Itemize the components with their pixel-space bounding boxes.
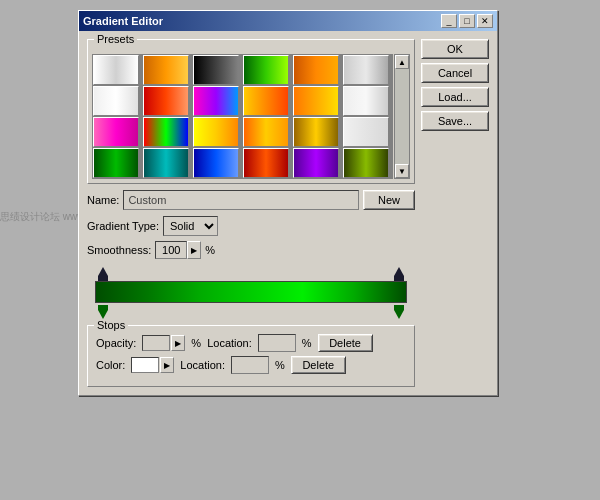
preset-swatch[interactable] — [293, 86, 339, 116]
stops-label: Stops — [94, 319, 128, 331]
smoothness-unit: % — [205, 244, 215, 256]
preset-swatch[interactable] — [143, 148, 189, 178]
color-delete-button[interactable]: Delete — [291, 356, 346, 374]
preset-swatch[interactable] — [93, 55, 139, 85]
save-button[interactable]: Save... — [421, 111, 489, 131]
opacity-stop-left[interactable] — [97, 267, 109, 279]
opacity-swatch[interactable] — [142, 335, 170, 351]
presets-container: ▲ ▼ — [92, 54, 410, 179]
opacity-location-label: Location: — [207, 337, 252, 349]
title-bar-controls: _ □ ✕ — [441, 14, 493, 28]
color-location-input[interactable] — [231, 356, 269, 374]
color-location-unit: % — [275, 359, 285, 371]
maximize-button[interactable]: □ — [459, 14, 475, 28]
preset-swatch[interactable] — [243, 55, 289, 85]
opacity-label: Opacity: — [96, 337, 136, 349]
gradient-type-row: Gradient Type: Solid Noise — [87, 216, 415, 236]
left-panel: Presets — [87, 39, 415, 387]
preset-swatch[interactable] — [143, 117, 189, 147]
name-label: Name: — [87, 194, 119, 206]
name-input[interactable] — [123, 190, 359, 210]
color-row: Color: ▶ Location: % Delete — [96, 356, 406, 374]
smoothness-arrow[interactable]: ▶ — [187, 241, 201, 259]
preset-swatch[interactable] — [243, 86, 289, 116]
smoothness-label: Smoothness: — [87, 244, 151, 256]
opacity-location-input[interactable] — [258, 334, 296, 352]
new-button[interactable]: New — [363, 190, 415, 210]
preset-swatch[interactable] — [193, 148, 239, 178]
smoothness-row: Smoothness: ▶ % — [87, 241, 415, 259]
preset-swatch[interactable] — [293, 148, 339, 178]
gradient-type-select[interactable]: Solid Noise — [163, 216, 218, 236]
color-stop-right[interactable] — [393, 305, 405, 317]
scroll-down-arrow[interactable]: ▼ — [395, 164, 409, 178]
scroll-track[interactable] — [395, 69, 409, 164]
color-swatch-display[interactable] — [131, 357, 159, 373]
gradient-bar-container — [87, 267, 415, 317]
stops-group: Stops Opacity: ▶ % Location: % Delete — [87, 325, 415, 387]
dialog-content: Presets — [79, 31, 497, 395]
opacity-swatch-arrow[interactable]: ▶ — [171, 335, 185, 351]
presets-group: Presets — [87, 39, 415, 184]
preset-swatch[interactable] — [93, 117, 139, 147]
ok-button[interactable]: OK — [421, 39, 489, 59]
opacity-unit: % — [191, 337, 201, 349]
close-button[interactable]: ✕ — [477, 14, 493, 28]
preset-swatch[interactable] — [193, 55, 239, 85]
preset-swatch[interactable] — [93, 148, 139, 178]
preset-swatch[interactable] — [343, 55, 389, 85]
color-swatch-arrow[interactable]: ▶ — [160, 357, 174, 373]
preset-swatch[interactable] — [93, 86, 139, 116]
preset-swatch[interactable] — [243, 148, 289, 178]
preset-swatch[interactable] — [143, 55, 189, 85]
preset-swatch[interactable] — [343, 117, 389, 147]
color-label: Color: — [96, 359, 125, 371]
opacity-stop-right[interactable] — [393, 267, 405, 279]
gradient-editor-dialog: Gradient Editor _ □ ✕ Presets — [78, 10, 498, 396]
opacity-delete-button[interactable]: Delete — [318, 334, 373, 352]
name-row: Name: New — [87, 190, 415, 210]
preset-swatch[interactable] — [343, 148, 389, 178]
preset-swatch[interactable] — [193, 86, 239, 116]
smoothness-input[interactable] — [155, 241, 187, 259]
right-panel: OK Cancel Load... Save... — [421, 39, 489, 387]
preset-swatch[interactable] — [243, 117, 289, 147]
preset-swatch[interactable] — [193, 117, 239, 147]
minimize-button[interactable]: _ — [441, 14, 457, 28]
load-button[interactable]: Load... — [421, 87, 489, 107]
preset-swatch[interactable] — [343, 86, 389, 116]
presets-label: Presets — [94, 33, 137, 45]
color-stop-left[interactable] — [97, 305, 109, 317]
presets-scrollbar: ▲ ▼ — [394, 54, 410, 179]
desktop: 思绩设计论坛 www.missdesign.com Gradient Edito… — [0, 0, 600, 500]
dialog-title: Gradient Editor — [83, 15, 163, 27]
gradient-bar[interactable] — [95, 281, 407, 303]
presets-grid — [92, 54, 393, 179]
preset-swatch[interactable] — [293, 55, 339, 85]
preset-swatch[interactable] — [143, 86, 189, 116]
opacity-row: Opacity: ▶ % Location: % Delete — [96, 334, 406, 352]
scroll-up-arrow[interactable]: ▲ — [395, 55, 409, 69]
gradient-type-label: Gradient Type: — [87, 220, 159, 232]
preset-swatch[interactable] — [293, 117, 339, 147]
title-bar: Gradient Editor _ □ ✕ — [79, 11, 497, 31]
opacity-location-unit: % — [302, 337, 312, 349]
cancel-button[interactable]: Cancel — [421, 63, 489, 83]
smoothness-stepper: ▶ — [155, 241, 201, 259]
color-location-label: Location: — [180, 359, 225, 371]
